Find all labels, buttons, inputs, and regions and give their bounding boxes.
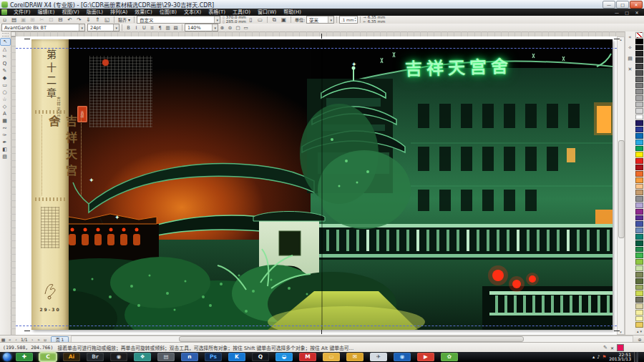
rectangle-tool[interactable]: ▭ [0,82,9,89]
taskbar-app-qq[interactable]: Q [252,353,269,361]
crop-tool[interactable]: ✂ [0,53,9,60]
cut-button[interactable]: ✂ [37,16,47,24]
current-page-button[interactable]: ▣ [279,16,288,24]
taskbar-app-blue-n[interactable]: n [181,353,198,361]
menu-item-8[interactable]: 文本(X) [180,9,205,16]
scroll-up-arrow[interactable]: ▴ [618,37,624,41]
taskbar-app-mail[interactable]: ✉ [346,353,364,361]
close-button[interactable]: ✕ [630,1,643,9]
columns-button[interactable]: ▥ [164,24,172,31]
palette-swatch-23[interactable] [635,177,643,183]
palette-swatch-11[interactable] [635,102,643,107]
tray-icon-2[interactable]: ♪ [597,354,600,360]
export-button[interactable]: ⇑ [93,16,102,24]
all-pages-button[interactable]: ⧉ [270,16,279,24]
palette-swatch-2[interactable] [635,45,643,51]
landscape-button[interactable]: ▭ [255,16,265,24]
palette-swatch-44[interactable] [635,310,643,315]
freehand-tool[interactable]: ✎ [0,67,9,74]
palette-swatch-17[interactable] [635,140,643,145]
palette-swatch-8[interactable] [635,83,643,89]
palette-swatch-24[interactable] [635,184,643,190]
zoom-tool[interactable]: Q [0,60,9,67]
import-button[interactable]: ⇓ [84,16,93,24]
vertical-scroll-thumb[interactable] [618,140,625,238]
ellipse-tool[interactable]: ○ [0,89,9,96]
doc-window-control-3[interactable]: ✕ [633,10,640,15]
close-docker[interactable]: ✕ [626,66,634,73]
menu-item-6[interactable]: 效果(C) [131,9,155,16]
shape-tool[interactable]: △ [0,46,9,53]
menu-item-12[interactable]: 帮助(H) [280,9,305,16]
taskbar-clock[interactable]: 22:51 2013/1/13 [609,353,631,362]
document-photo[interactable]: ✦✦✦ 吉祥 吉祥天宫舍 第十二章 吉祥天宫舍 吉祥天宫舍 29-30 [31,39,613,330]
maximize-button[interactable]: □ [616,1,629,9]
start-button[interactable] [3,353,11,361]
taskbar-app-photoshop[interactable]: Ps [205,353,222,361]
eyedropper-tool[interactable]: ✑ [0,132,9,139]
save-button[interactable]: ▣ [19,16,28,24]
smart-fill-tool[interactable]: ◆ [0,74,9,82]
palette-swatch-33[interactable] [635,240,643,246]
menu-item-9[interactable]: 表格(T) [205,9,229,16]
palette-swatch-31[interactable] [635,228,643,233]
taskbar-app-k[interactable]: K [228,353,245,361]
italic-button[interactable]: I [132,24,140,31]
palette-swatch-12[interactable] [635,108,643,114]
doc-window-control-1[interactable]: — [613,10,620,15]
copy-button[interactable]: ⊡ [47,16,56,24]
palette-swatch-19[interactable] [635,152,643,157]
font-combo[interactable]: AvantGarde Bk BT [1,24,85,31]
palette-swatch-5[interactable] [635,64,643,69]
palette-swatch-7[interactable] [635,77,643,82]
menu-item-5[interactable]: 排列(A) [107,9,131,16]
fill-tool[interactable]: ◧ [0,146,9,153]
toolbox-grip[interactable] [2,33,9,36]
font-size-combo[interactable]: 24pt [87,24,119,31]
interactive-blend-tool[interactable]: ∾ [0,124,9,132]
tray-icon-3[interactable]: ⚑ [602,354,606,360]
taskbar-app-illustrator[interactable]: Ai [63,353,80,361]
taskbar-app-dark[interactable]: ◉ [110,353,127,361]
menu-item-3[interactable]: 视图(V) [58,9,82,16]
taskbar-app-grey-folder[interactable]: ▤ [157,353,175,361]
zoom-out-button[interactable]: ⊖ [226,24,234,31]
palette-swatch-22[interactable] [635,171,643,177]
palette-swatch-36[interactable] [635,259,643,265]
taskbar-app-plane[interactable]: ✈ [370,353,387,361]
open-button[interactable]: ▤ [9,16,19,24]
palette-swatch-16[interactable] [635,133,643,139]
collapse-docker[interactable]: « [626,34,634,41]
palette-swatch-32[interactable] [635,234,643,240]
palette-swatch-9[interactable] [635,89,643,94]
units-combo[interactable]: 毫米 [306,16,334,24]
portrait-button[interactable]: ▯ [246,16,255,24]
alignment-button[interactable]: ≡ [148,24,156,31]
zoom-to-width-button[interactable]: ▭ [242,24,250,31]
edit-text-button[interactable]: ▤ [172,24,180,31]
page-options-button[interactable]: ▦ [0,337,6,342]
menu-item-4[interactable]: 版面(L) [83,9,107,16]
nudge-field[interactable]: .1 mm [339,16,358,24]
taskbar-app-green-plus[interactable]: ✚ [16,353,33,361]
palette-swatch-39[interactable] [635,278,643,284]
text-tool[interactable]: A [0,110,9,117]
palette-swatch-43[interactable] [635,303,643,309]
taskbar-app-globe[interactable]: ◉ [394,353,411,361]
taskbar-app-teal[interactable]: ❖ [134,353,151,361]
print-button[interactable]: ⊞ [28,16,37,24]
palette-swatch-30[interactable] [635,221,643,227]
palette-swatch-26[interactable] [635,196,643,202]
guide-line-bottom[interactable] [16,326,617,326]
palette-swatch-37[interactable] [635,265,643,271]
palette-swatch-3[interactable] [635,51,643,57]
tray-icon-1[interactable]: ▴ [592,354,595,360]
bold-button[interactable]: B [125,24,132,31]
table-tool[interactable]: ▦ [0,117,9,124]
paper-size-fields[interactable]: ▯370.0 mm ▯285.0 mm [223,16,246,24]
palette-swatch-40[interactable] [635,285,643,290]
text-options-button[interactable]: ¶ [156,24,164,31]
underline-button[interactable]: U [140,24,148,31]
palette-swatch-14[interactable] [635,120,643,126]
palette-swatch-35[interactable] [635,253,643,258]
